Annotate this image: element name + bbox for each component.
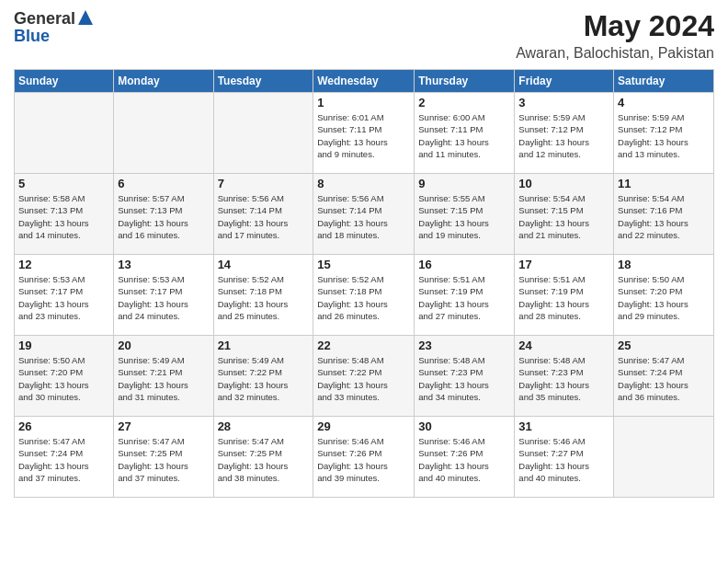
col-sunday: Sunday	[15, 70, 114, 93]
table-row: 3Sunrise: 5:59 AM Sunset: 7:12 PM Daylig…	[515, 93, 614, 174]
day-number: 26	[18, 419, 109, 433]
day-number: 15	[317, 258, 410, 271]
table-row: 10Sunrise: 5:54 AM Sunset: 7:15 PM Dayli…	[515, 174, 614, 255]
logo-general-text: General	[14, 9, 75, 29]
calendar-week-row: 12Sunrise: 5:53 AM Sunset: 7:17 PM Dayli…	[15, 255, 714, 336]
day-info: Sunrise: 5:48 AM Sunset: 7:23 PM Dayligh…	[518, 354, 609, 403]
day-number: 25	[618, 339, 710, 352]
day-info: Sunrise: 5:46 AM Sunset: 7:26 PM Dayligh…	[317, 435, 410, 484]
day-info: Sunrise: 5:46 AM Sunset: 7:26 PM Dayligh…	[418, 435, 510, 484]
day-number: 22	[317, 339, 410, 352]
day-info: Sunrise: 5:52 AM Sunset: 7:18 PM Dayligh…	[218, 273, 310, 322]
svg-marker-0	[78, 10, 93, 25]
table-row: 18Sunrise: 5:50 AM Sunset: 7:20 PM Dayli…	[614, 255, 714, 336]
table-row: 19Sunrise: 5:50 AM Sunset: 7:20 PM Dayli…	[15, 336, 114, 417]
day-info: Sunrise: 6:01 AM Sunset: 7:11 PM Dayligh…	[317, 111, 410, 160]
calendar-week-row: 19Sunrise: 5:50 AM Sunset: 7:20 PM Dayli…	[15, 336, 714, 417]
day-number: 8	[317, 177, 410, 190]
month-title: May 2024	[516, 9, 714, 43]
table-row: 5Sunrise: 5:58 AM Sunset: 7:13 PM Daylig…	[15, 174, 114, 255]
table-row: 27Sunrise: 5:47 AM Sunset: 7:25 PM Dayli…	[114, 417, 213, 498]
day-number: 9	[418, 177, 510, 190]
table-row: 22Sunrise: 5:48 AM Sunset: 7:22 PM Dayli…	[313, 336, 415, 417]
day-info: Sunrise: 5:47 AM Sunset: 7:25 PM Dayligh…	[118, 435, 209, 484]
day-number: 28	[218, 419, 310, 433]
day-info: Sunrise: 5:56 AM Sunset: 7:14 PM Dayligh…	[218, 192, 310, 241]
table-row: 7Sunrise: 5:56 AM Sunset: 7:14 PM Daylig…	[213, 174, 313, 255]
day-info: Sunrise: 5:55 AM Sunset: 7:15 PM Dayligh…	[418, 192, 510, 241]
col-wednesday: Wednesday	[313, 70, 415, 93]
day-number: 23	[418, 339, 510, 352]
table-row: 13Sunrise: 5:53 AM Sunset: 7:17 PM Dayli…	[114, 255, 213, 336]
logo-blue-text: Blue	[14, 27, 50, 46]
day-info: Sunrise: 5:49 AM Sunset: 7:22 PM Dayligh…	[218, 354, 310, 403]
day-number: 1	[317, 96, 410, 109]
col-thursday: Thursday	[415, 70, 515, 93]
table-row: 28Sunrise: 5:47 AM Sunset: 7:25 PM Dayli…	[213, 417, 313, 498]
calendar-week-row: 1Sunrise: 6:01 AM Sunset: 7:11 PM Daylig…	[15, 93, 714, 174]
calendar-header-row: Sunday Monday Tuesday Wednesday Thursday…	[15, 70, 714, 93]
day-info: Sunrise: 5:53 AM Sunset: 7:17 PM Dayligh…	[18, 273, 109, 322]
day-number: 31	[518, 419, 609, 433]
day-number: 19	[18, 339, 109, 352]
logo: General Blue	[14, 9, 93, 46]
table-row: 30Sunrise: 5:46 AM Sunset: 7:26 PM Dayli…	[415, 417, 515, 498]
logo-arrow-icon	[78, 10, 93, 29]
table-row: 14Sunrise: 5:52 AM Sunset: 7:18 PM Dayli…	[213, 255, 313, 336]
table-row: 25Sunrise: 5:47 AM Sunset: 7:24 PM Dayli…	[614, 336, 714, 417]
col-tuesday: Tuesday	[213, 70, 313, 93]
day-number: 7	[218, 177, 310, 190]
table-row: 2Sunrise: 6:00 AM Sunset: 7:11 PM Daylig…	[415, 93, 515, 174]
day-info: Sunrise: 6:00 AM Sunset: 7:11 PM Dayligh…	[418, 111, 510, 160]
day-number: 5	[18, 177, 109, 190]
table-row: 8Sunrise: 5:56 AM Sunset: 7:14 PM Daylig…	[313, 174, 415, 255]
table-row: 1Sunrise: 6:01 AM Sunset: 7:11 PM Daylig…	[313, 93, 415, 174]
day-number: 11	[618, 177, 710, 190]
day-number: 21	[218, 339, 310, 352]
day-info: Sunrise: 5:49 AM Sunset: 7:21 PM Dayligh…	[118, 354, 209, 403]
table-row: 20Sunrise: 5:49 AM Sunset: 7:21 PM Dayli…	[114, 336, 213, 417]
day-number: 20	[118, 339, 209, 352]
day-info: Sunrise: 5:46 AM Sunset: 7:27 PM Dayligh…	[518, 435, 609, 484]
day-info: Sunrise: 5:47 AM Sunset: 7:24 PM Dayligh…	[618, 354, 710, 403]
day-number: 2	[418, 96, 510, 109]
table-row: 21Sunrise: 5:49 AM Sunset: 7:22 PM Dayli…	[213, 336, 313, 417]
table-row: 9Sunrise: 5:55 AM Sunset: 7:15 PM Daylig…	[415, 174, 515, 255]
page: General Blue May 2024 Awaran, Balochista…	[0, 0, 728, 507]
day-info: Sunrise: 5:54 AM Sunset: 7:15 PM Dayligh…	[518, 192, 609, 241]
table-row	[15, 93, 114, 174]
day-info: Sunrise: 5:48 AM Sunset: 7:22 PM Dayligh…	[317, 354, 410, 403]
table-row: 26Sunrise: 5:47 AM Sunset: 7:24 PM Dayli…	[15, 417, 114, 498]
day-number: 29	[317, 419, 410, 433]
table-row: 17Sunrise: 5:51 AM Sunset: 7:19 PM Dayli…	[515, 255, 614, 336]
table-row: 31Sunrise: 5:46 AM Sunset: 7:27 PM Dayli…	[515, 417, 614, 498]
day-number: 4	[618, 96, 710, 109]
calendar-table: Sunday Monday Tuesday Wednesday Thursday…	[14, 69, 714, 498]
table-row: 24Sunrise: 5:48 AM Sunset: 7:23 PM Dayli…	[515, 336, 614, 417]
table-row: 12Sunrise: 5:53 AM Sunset: 7:17 PM Dayli…	[15, 255, 114, 336]
table-row	[114, 93, 213, 174]
day-info: Sunrise: 5:50 AM Sunset: 7:20 PM Dayligh…	[18, 354, 109, 403]
day-number: 13	[118, 258, 209, 271]
day-info: Sunrise: 5:56 AM Sunset: 7:14 PM Dayligh…	[317, 192, 410, 241]
day-info: Sunrise: 5:52 AM Sunset: 7:18 PM Dayligh…	[317, 273, 410, 322]
col-monday: Monday	[114, 70, 213, 93]
day-info: Sunrise: 5:59 AM Sunset: 7:12 PM Dayligh…	[518, 111, 609, 160]
day-info: Sunrise: 5:54 AM Sunset: 7:16 PM Dayligh…	[618, 192, 710, 241]
day-number: 14	[218, 258, 310, 271]
day-info: Sunrise: 5:59 AM Sunset: 7:12 PM Dayligh…	[618, 111, 710, 160]
header: General Blue May 2024 Awaran, Balochista…	[14, 9, 714, 62]
table-row: 16Sunrise: 5:51 AM Sunset: 7:19 PM Dayli…	[415, 255, 515, 336]
day-number: 6	[118, 177, 209, 190]
table-row: 6Sunrise: 5:57 AM Sunset: 7:13 PM Daylig…	[114, 174, 213, 255]
day-number: 10	[518, 177, 609, 190]
day-number: 16	[418, 258, 510, 271]
table-row: 29Sunrise: 5:46 AM Sunset: 7:26 PM Dayli…	[313, 417, 415, 498]
table-row: 15Sunrise: 5:52 AM Sunset: 7:18 PM Dayli…	[313, 255, 415, 336]
title-area: May 2024 Awaran, Balochistan, Pakistan	[516, 9, 714, 62]
day-number: 18	[618, 258, 710, 271]
table-row: 11Sunrise: 5:54 AM Sunset: 7:16 PM Dayli…	[614, 174, 714, 255]
day-number: 17	[518, 258, 609, 271]
day-info: Sunrise: 5:50 AM Sunset: 7:20 PM Dayligh…	[618, 273, 710, 322]
day-number: 24	[518, 339, 609, 352]
